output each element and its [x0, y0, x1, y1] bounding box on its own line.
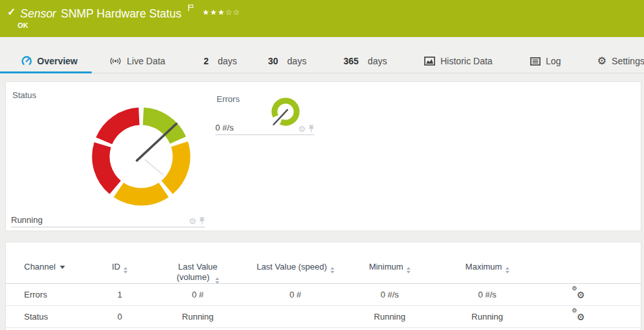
- column-header-label: Channel: [24, 262, 55, 272]
- stars-filled: ★★★: [202, 8, 225, 17]
- tab-2-days[interactable]: 2days: [204, 37, 237, 73]
- pin-icon[interactable]: [308, 125, 314, 133]
- column-header-last-value-volume[interactable]: Last Value (volume): [149, 262, 247, 284]
- sort-icon: [124, 267, 127, 273]
- cell-last-value-volume: 0 #: [149, 284, 247, 305]
- column-header-maximum[interactable]: Maximum: [435, 262, 539, 273]
- sensor-title: SNMP Hardware Status: [60, 7, 181, 20]
- cell-last-value-volume: Running: [149, 306, 247, 327]
- errors-gauge-value: 0 #/s: [215, 123, 234, 133]
- broadcast-icon: [109, 57, 122, 66]
- tab-overview[interactable]: Overview: [21, 37, 77, 73]
- column-header-label: Last Value (volume): [176, 262, 217, 282]
- tab-live-data[interactable]: Live Data: [109, 37, 165, 73]
- table-row-status: Status 0 Running Running Running ⚙⚙: [6, 306, 641, 328]
- tab-historic-data[interactable]: Historic Data: [424, 37, 492, 73]
- cell-last-value-speed: [247, 306, 344, 327]
- column-header-label: Last Value (speed): [256, 262, 327, 272]
- active-tab-underline: [0, 71, 92, 73]
- status-check-icon: ✓: [7, 6, 16, 18]
- column-header-last-value-speed[interactable]: Last Value (speed): [247, 262, 344, 273]
- status-gauge-value: Running: [11, 215, 42, 225]
- sort-caret-icon: [60, 266, 65, 269]
- log-list-icon: [530, 57, 541, 66]
- flag-icon[interactable]: [187, 4, 195, 12]
- column-header-label: ID: [112, 262, 120, 272]
- sensor-status-text: OK: [18, 21, 29, 29]
- tab-label: Settings: [611, 56, 644, 66]
- area-chart-icon: [424, 57, 435, 66]
- sort-icon: [215, 277, 219, 284]
- tab-label: Log: [546, 56, 561, 66]
- channel-name: Status: [6, 306, 90, 327]
- tab-number: 30: [268, 56, 278, 66]
- channel-settings-icon[interactable]: ⚙⚙: [572, 308, 585, 320]
- tab-label: Live Data: [127, 56, 165, 66]
- errors-gauge-footer: 0 #/s ⚙: [215, 118, 314, 135]
- channel-settings-icon[interactable]: ⚙⚙: [572, 286, 585, 298]
- cell-id: 0: [90, 306, 149, 327]
- cell-last-value-speed: 0 #: [247, 284, 344, 305]
- tab-settings[interactable]: ⚙ Settings: [597, 37, 644, 73]
- column-header-minimum[interactable]: Minimum: [344, 262, 435, 273]
- gauge-icon: [21, 56, 32, 66]
- channel-name: Errors: [6, 284, 90, 305]
- tab-label: Historic Data: [440, 56, 492, 66]
- table-row-errors: Errors 1 0 # 0 # 0 #/s 0 #/s ⚙⚙: [6, 284, 641, 306]
- stars-empty: ☆☆: [225, 8, 241, 17]
- tab-log[interactable]: Log: [530, 37, 561, 73]
- sort-icon: [505, 267, 509, 273]
- column-header-label: Maximum: [465, 262, 502, 272]
- cell-id: 1: [90, 284, 149, 305]
- gear-icon[interactable]: ⚙: [189, 218, 196, 225]
- sensor-header: ✓ SensorSNMP Hardware Status★★★☆☆ OK: [0, 0, 644, 37]
- cell-minimum: 0 #/s: [344, 284, 435, 305]
- cell-minimum: Running: [344, 306, 435, 327]
- status-gauge-footer: Running ⚙: [11, 210, 205, 227]
- table-header-row: Channel ID Last Value (volume) Last Valu…: [6, 242, 641, 284]
- sort-icon: [407, 267, 410, 273]
- tab-number: 365: [343, 56, 358, 66]
- cell-maximum: Running: [435, 306, 539, 327]
- cell-maximum: 0 #/s: [435, 284, 539, 305]
- column-header-label: Minimum: [369, 262, 403, 272]
- priority-stars[interactable]: ★★★☆☆: [202, 8, 241, 17]
- sensor-title-line: SensorSNMP Hardware Status★★★☆☆: [20, 4, 241, 21]
- tab-number: 2: [204, 56, 209, 66]
- column-header-channel[interactable]: Channel: [6, 262, 90, 272]
- sensor-kind-label: Sensor: [20, 7, 56, 20]
- sort-icon: [330, 267, 334, 273]
- status-gauge: [89, 105, 193, 209]
- tab-bar: Overview Live Data 2days 30days 365days …: [0, 37, 644, 73]
- column-header-id[interactable]: ID: [90, 262, 149, 273]
- channels-table-panel: Channel ID Last Value (volume) Last Valu…: [5, 242, 641, 330]
- tab-365-days[interactable]: 365days: [343, 37, 387, 73]
- channels-table: Channel ID Last Value (volume) Last Valu…: [6, 242, 641, 328]
- tab-label: Overview: [37, 56, 77, 66]
- tab-unit: days: [288, 56, 307, 66]
- pin-icon[interactable]: [199, 217, 205, 225]
- tab-unit: days: [218, 56, 237, 66]
- gear-icon: ⚙: [597, 57, 606, 66]
- gear-icon[interactable]: ⚙: [298, 125, 306, 133]
- status-gauge-label: Status: [12, 90, 36, 100]
- page: ✓ SensorSNMP Hardware Status★★★☆☆ OK Ove…: [0, 0, 644, 330]
- errors-gauge-label: Errors: [217, 94, 239, 104]
- tab-30-days[interactable]: 30days: [268, 37, 306, 73]
- tab-unit: days: [368, 56, 387, 66]
- overview-gauges-panel: Status Running ⚙ Errors 0 #/s ⚙: [5, 81, 641, 231]
